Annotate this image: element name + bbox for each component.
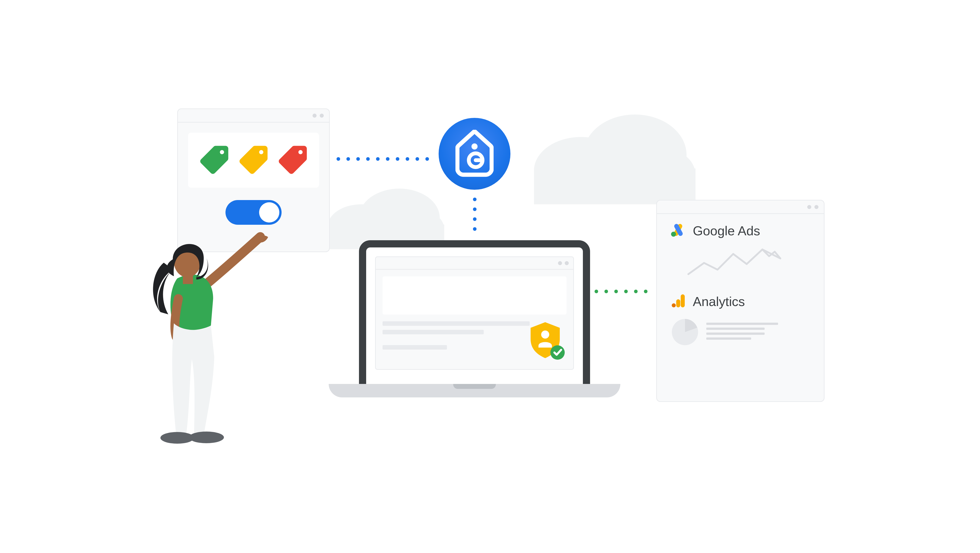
tag-icon-green [197, 143, 231, 178]
google-analytics-logo-icon [670, 293, 686, 310]
tag-icon-red [276, 143, 310, 178]
svg-rect-19 [183, 273, 193, 284]
svg-rect-7 [534, 168, 695, 204]
google-ads-logo-icon [670, 223, 686, 238]
svg-point-21 [189, 432, 224, 443]
person-illustration [139, 231, 278, 448]
connector-tags-to-gtag [337, 157, 429, 161]
toggle-knob [259, 202, 279, 223]
svg-point-13 [671, 232, 676, 237]
google-ads-row: Google Ads [657, 214, 824, 241]
content-line [383, 321, 530, 326]
skeleton-lines [706, 323, 778, 343]
ads-label: Google Ads [693, 223, 760, 238]
analytics-row: Analytics [657, 288, 824, 312]
laptop-base [329, 384, 620, 397]
svg-rect-15 [676, 299, 680, 308]
svg-rect-14 [681, 294, 685, 308]
products-panel: Google Ads Analytics [656, 200, 824, 402]
content-line [383, 345, 447, 350]
svg-point-9 [541, 330, 549, 339]
connector-gtag-to-laptop [473, 198, 477, 231]
cloud-decor-right [534, 110, 695, 205]
settings-toggle[interactable] [226, 200, 282, 225]
window-control-icon [320, 114, 324, 118]
svg-point-16 [672, 303, 676, 308]
svg-point-8 [471, 143, 477, 150]
window-control-icon [313, 114, 317, 118]
privacy-shield-badge [528, 321, 566, 362]
google-tag-icon [455, 130, 493, 178]
content-block [383, 276, 566, 314]
window-control-icon [815, 205, 818, 209]
window-control-icon [807, 205, 811, 209]
google-tag-badge [439, 118, 511, 190]
tags-card [188, 133, 319, 188]
line-chart-icon [657, 241, 824, 288]
cloud-decor-left [328, 182, 444, 250]
content-line [383, 330, 484, 334]
pie-chart-icon [670, 317, 700, 347]
tag-icon-yellow [237, 143, 270, 178]
panel-header [178, 109, 329, 123]
connector-laptop-to-products [595, 290, 648, 293]
tag-settings-panel [177, 108, 330, 252]
analytics-label: Analytics [693, 294, 745, 309]
window-control-icon [558, 261, 562, 265]
laptop-illustration [359, 240, 590, 397]
browser-window [375, 257, 574, 370]
window-control-icon [565, 261, 569, 265]
